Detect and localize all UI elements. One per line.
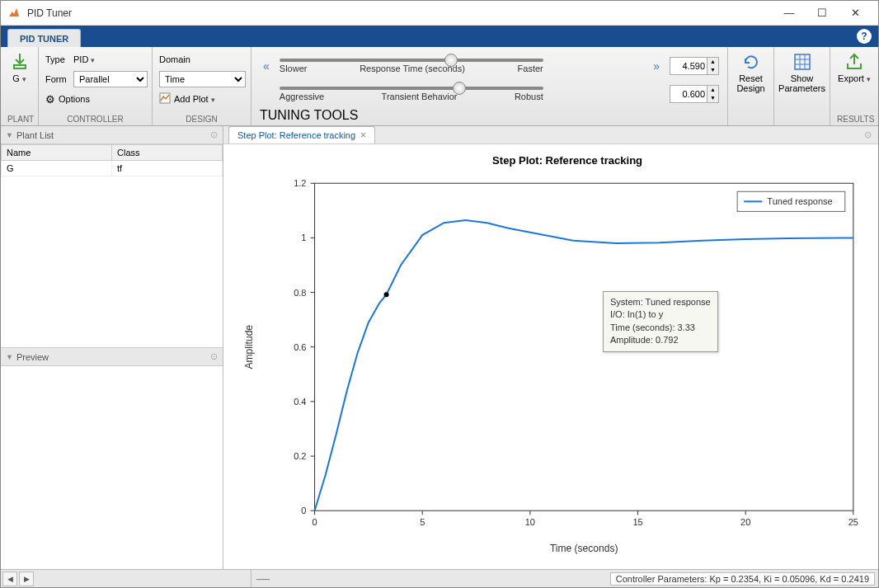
collapse-icon: ▼ (6, 131, 13, 139)
spin-down[interactable]: ▼ (707, 66, 718, 74)
export-button[interactable]: Export (833, 50, 876, 85)
close-button[interactable]: ✕ (839, 2, 872, 25)
svg-rect-0 (14, 65, 26, 68)
svg-text:15: 15 (632, 517, 642, 527)
minimize-button[interactable]: — (773, 2, 806, 25)
svg-text:0: 0 (301, 506, 306, 515)
col-name[interactable]: Name (2, 145, 112, 161)
export-icon (844, 52, 864, 72)
rt-slower: Slower (280, 64, 308, 73)
add-plot-button[interactable]: Add Plot (159, 90, 215, 108)
group-tuning: TUNING TOOLS (260, 108, 719, 123)
titlebar: PID Tuner — ☐ ✕ (1, 1, 878, 26)
group-design: DESIGN (159, 113, 244, 124)
type-label: Type (45, 54, 70, 64)
group-controller: CONTROLLER (45, 113, 145, 124)
rt-faster: Faster (518, 64, 543, 73)
domain-select[interactable]: Time (159, 71, 246, 87)
plot-tab[interactable]: Step Plot: Reference tracking × (228, 126, 375, 143)
svg-text:1.2: 1.2 (294, 178, 306, 188)
transient-behavior-input[interactable] (670, 89, 707, 99)
group-results: RESULTS (837, 113, 872, 124)
show-parameters-button[interactable]: Show Parameters (773, 50, 830, 95)
svg-text:Amplitude: Amplitude (243, 325, 255, 369)
svg-text:Step Plot: Reference tracking: Step Plot: Reference tracking (492, 154, 642, 167)
tb-mid: Transient Behavior (382, 92, 458, 101)
plant-label: G (12, 73, 26, 83)
plot-tabs: Step Plot: Reference tracking × ⊙ (223, 126, 878, 144)
panel-gear-icon[interactable]: ⊙ (210, 351, 218, 362)
panel-gear-icon[interactable]: ⊙ (864, 129, 872, 140)
svg-text:Time (seconds): Time (seconds) (550, 543, 618, 554)
maximize-button[interactable]: ☐ (806, 2, 839, 25)
plant-button[interactable]: G (5, 50, 35, 85)
col-class[interactable]: Class (112, 145, 223, 161)
close-tab-icon[interactable]: × (360, 129, 366, 141)
window-title: PID Tuner (27, 7, 773, 19)
spin-up[interactable]: ▲ (707, 86, 718, 94)
svg-text:0.4: 0.4 (294, 397, 306, 407)
preview-header[interactable]: ▼ Preview ⊙ (1, 348, 223, 366)
transient-behavior-slider[interactable] (280, 87, 543, 90)
reset-design-button[interactable]: Reset Design (731, 50, 769, 95)
collapse-icon: ▼ (6, 353, 13, 361)
svg-rect-7 (315, 183, 853, 510)
import-icon (10, 52, 30, 72)
svg-text:0: 0 (312, 517, 317, 527)
tab-pid-tuner[interactable]: PID TUNER (7, 29, 81, 47)
domain-label: Domain (159, 54, 190, 64)
transient-behavior-spinner[interactable]: ▲▼ (670, 85, 719, 103)
response-time-spinner[interactable]: ▲▼ (670, 57, 719, 75)
help-button[interactable]: ? (857, 29, 872, 44)
svg-text:5: 5 (420, 517, 425, 527)
gear-icon: ⚙ (45, 93, 55, 106)
chevron-right-icon[interactable]: » (650, 59, 663, 73)
step-plot: Step Plot: Reference tracking05101520250… (223, 144, 878, 571)
options-button[interactable]: ⚙ Options (45, 90, 90, 108)
chevron-left-icon[interactable]: « (260, 59, 273, 73)
form-select[interactable]: Parallel (73, 71, 148, 87)
ribbon: G PLANT Type PID Form Parallel ⚙ Options… (1, 47, 878, 126)
form-label: Form (45, 74, 70, 84)
data-tooltip: System: Tuned response I/O: In(1) to y T… (603, 291, 718, 352)
svg-text:1: 1 (301, 233, 306, 242)
undo-icon (741, 52, 761, 72)
panel-gear-icon[interactable]: ⊙ (210, 129, 218, 140)
response-time-slider[interactable] (280, 59, 543, 62)
spin-down[interactable]: ▼ (707, 94, 718, 102)
svg-text:25: 25 (848, 517, 858, 527)
tb-aggressive: Aggressive (280, 92, 324, 101)
left-panel: ▼ Plant List ⊙ Name Class G tf ▼ Preview… (1, 126, 223, 569)
svg-text:0.8: 0.8 (294, 288, 306, 298)
svg-text:0.6: 0.6 (294, 342, 306, 352)
preview-pane (1, 366, 223, 569)
svg-point-37 (384, 292, 389, 297)
type-select[interactable]: PID (73, 54, 95, 64)
plant-table: Name Class G tf (1, 144, 223, 176)
matlab-logo-icon (7, 7, 21, 20)
svg-text:10: 10 (525, 517, 535, 527)
statusbar: ◀ ▶ — Controller Parameters: Kp = 0.2354… (1, 569, 878, 587)
group-plant: PLANT (7, 113, 31, 124)
svg-rect-2 (795, 54, 810, 69)
response-time-input[interactable] (670, 61, 707, 71)
plant-list-header[interactable]: ▼ Plant List ⊙ (1, 126, 223, 144)
svg-text:20: 20 (740, 517, 750, 527)
plot-icon (159, 92, 171, 106)
controller-parameters-status: Controller Parameters: Kp = 0.2354, Ki =… (610, 572, 875, 586)
tab-strip: PID TUNER ? (1, 26, 878, 47)
tb-robust: Robust (515, 92, 543, 101)
scroll-left-button[interactable]: ◀ (2, 572, 17, 586)
grid-icon (792, 52, 812, 72)
table-row[interactable]: G tf (2, 161, 223, 176)
svg-text:0.2: 0.2 (294, 451, 306, 461)
svg-text:Tuned response: Tuned response (767, 196, 832, 206)
spin-up[interactable]: ▲ (707, 58, 718, 66)
scroll-right-button[interactable]: ▶ (19, 572, 34, 586)
